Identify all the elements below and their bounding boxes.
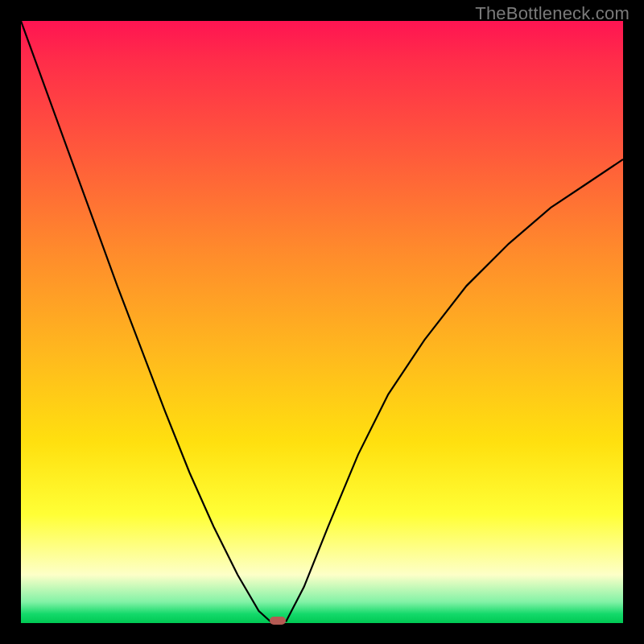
chart-frame: TheBottleneck.com [0,0,644,644]
bottleneck-curve [21,21,623,623]
curve-right-branch [286,159,623,622]
optimum-marker [270,617,286,625]
plot-area [21,21,623,623]
curve-left-branch [21,21,270,622]
